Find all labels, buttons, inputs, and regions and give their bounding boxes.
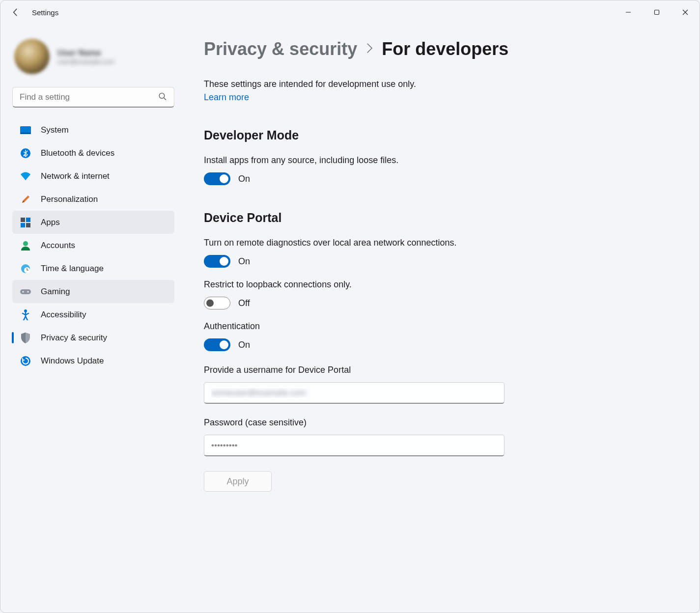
intro-text: These settings are intended for developm… [204, 79, 672, 89]
sidebar-item-label: Accessibility [41, 310, 86, 320]
svg-rect-9 [21, 223, 25, 227]
apps-icon [20, 217, 31, 228]
profile-email: user@example.com [57, 58, 114, 65]
svg-rect-14 [20, 289, 31, 294]
sidebar-item-label: System [41, 125, 69, 135]
breadcrumb-current: For developers [382, 39, 508, 59]
shield-icon [20, 333, 31, 343]
minimize-button[interactable] [614, 0, 643, 24]
apply-button[interactable]: Apply [204, 471, 272, 492]
bluetooth-icon [20, 148, 31, 159]
svg-rect-8 [26, 218, 30, 222]
accessibility-icon [20, 309, 31, 320]
wifi-icon [20, 171, 31, 182]
sidebar-item-system[interactable]: System [12, 118, 174, 141]
person-icon [20, 240, 31, 251]
svg-rect-5 [20, 133, 31, 134]
sidebar-item-windows-update[interactable]: Windows Update [12, 349, 174, 372]
sidebar: User Name user@example.com System [0, 24, 186, 613]
sidebar-item-label: Bluetooth & devices [41, 148, 114, 158]
sidebar-item-label: Personalization [41, 195, 98, 204]
password-label: Password (case sensitive) [204, 418, 672, 428]
sidebar-item-label: Network & internet [41, 171, 110, 181]
auth-toggle[interactable] [204, 338, 230, 351]
section-heading-devmode: Developer Mode [204, 128, 672, 142]
remote-desc: Turn on remote diagnostics over local ar… [204, 238, 672, 248]
loopback-desc: Restrict to loopback connections only. [204, 279, 672, 290]
gamepad-icon [20, 286, 31, 297]
maximize-button[interactable] [643, 0, 671, 24]
remote-state: On [238, 256, 250, 267]
svg-rect-10 [26, 223, 30, 227]
devmode-toggle[interactable] [204, 172, 230, 185]
sidebar-item-privacy-security[interactable]: Privacy & security [12, 326, 174, 349]
sidebar-item-label: Time & language [41, 264, 104, 274]
profile-name: User Name [57, 48, 114, 58]
learn-more-link[interactable]: Learn more [204, 92, 249, 102]
breadcrumb: Privacy & security For developers [204, 39, 672, 59]
globe-clock-icon [20, 263, 31, 274]
devmode-state: On [238, 174, 250, 184]
sidebar-item-personalization[interactable]: Personalization [12, 188, 174, 211]
sidebar-item-network[interactable]: Network & internet [12, 165, 174, 188]
auth-state: On [238, 340, 250, 350]
sidebar-item-label: Windows Update [41, 356, 104, 366]
search-input[interactable] [12, 87, 174, 108]
auth-desc: Authentication [204, 321, 672, 332]
chevron-right-icon [366, 43, 373, 55]
app-title: Settings [32, 8, 58, 17]
devmode-desc: Install apps from any source, including … [204, 155, 672, 166]
sidebar-item-label: Accounts [41, 241, 75, 251]
avatar [14, 39, 50, 74]
brush-icon [20, 194, 31, 205]
username-input[interactable] [204, 382, 504, 404]
svg-point-16 [28, 291, 29, 292]
search-icon [158, 92, 167, 103]
update-icon [20, 356, 31, 366]
sidebar-item-bluetooth[interactable]: Bluetooth & devices [12, 141, 174, 165]
password-input[interactable] [204, 435, 504, 456]
svg-point-15 [23, 291, 24, 292]
sidebar-item-label: Apps [41, 218, 60, 227]
sidebar-item-label: Privacy & security [41, 333, 107, 343]
svg-rect-1 [655, 10, 659, 15]
loopback-toggle[interactable] [204, 297, 230, 309]
svg-point-2 [159, 93, 165, 99]
titlebar: Settings [0, 0, 700, 24]
sidebar-item-time-language[interactable]: Time & language [12, 257, 174, 280]
close-button[interactable] [671, 0, 700, 24]
svg-rect-7 [21, 218, 25, 222]
remote-toggle[interactable] [204, 255, 230, 268]
back-button[interactable] [10, 7, 20, 17]
sidebar-item-accounts[interactable]: Accounts [12, 234, 174, 257]
sidebar-item-gaming[interactable]: Gaming [12, 280, 174, 303]
loopback-state: Off [238, 298, 250, 308]
main-content: Privacy & security For developers These … [186, 24, 700, 613]
svg-point-11 [23, 241, 28, 246]
section-heading-device-portal: Device Portal [204, 211, 672, 225]
sidebar-item-apps[interactable]: Apps [12, 211, 174, 234]
sidebar-item-accessibility[interactable]: Accessibility [12, 303, 174, 326]
sidebar-item-label: Gaming [41, 287, 70, 297]
svg-rect-4 [20, 126, 31, 134]
breadcrumb-parent[interactable]: Privacy & security [204, 39, 357, 59]
system-icon [20, 125, 31, 136]
profile-block[interactable]: User Name user@example.com [12, 34, 181, 87]
svg-line-3 [164, 98, 166, 100]
username-label: Provide a username for Device Portal [204, 365, 672, 375]
